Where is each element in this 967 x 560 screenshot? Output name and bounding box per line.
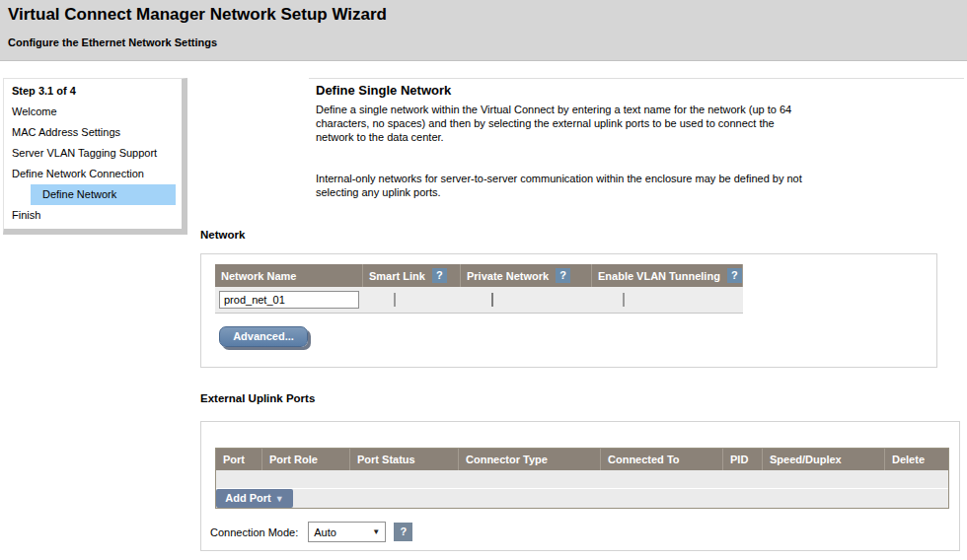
select-arrow-icon: ▼ — [372, 527, 380, 536]
column-header-network-name: Network Name — [215, 264, 363, 287]
uplink-empty-row — [216, 470, 948, 489]
smart-link-checkbox[interactable] — [394, 293, 396, 307]
private-network-help-icon[interactable]: ? — [556, 268, 570, 283]
column-header-connected-to: Connected To — [601, 449, 723, 470]
column-header-port-status: Port Status — [350, 449, 459, 470]
connection-mode-select[interactable]: Auto ▼ — [308, 522, 386, 542]
vlan-tunneling-checkbox[interactable] — [623, 293, 625, 307]
step-indicator: Step 3.1 of 4 — [4, 81, 182, 102]
content-top-rule — [309, 78, 964, 79]
private-network-checkbox[interactable] — [491, 293, 493, 307]
smart-link-help-icon[interactable]: ? — [432, 268, 447, 283]
network-table: Network Name Smart Link ? Private Networ… — [215, 264, 743, 314]
page-title: Virtual Connect Manager Network Setup Wi… — [8, 5, 387, 25]
network-table-row — [215, 287, 743, 314]
sidebar-item-mac-address-settings[interactable]: MAC Address Settings — [4, 122, 182, 143]
column-header-enable-vlan-tunneling: Enable VLAN Tunneling ? — [592, 264, 743, 287]
column-header-port: Port — [216, 449, 262, 470]
page-heading: Define Single Network — [316, 83, 451, 98]
page-subtitle: Configure the Ethernet Network Settings — [8, 36, 217, 48]
network-section-label: Network — [200, 229, 245, 241]
sidebar-item-define-network[interactable]: Define Network — [31, 184, 176, 205]
uplink-section-label: External Uplink Ports — [200, 392, 315, 404]
column-header-pid: PID — [723, 449, 763, 470]
wizard-steps-sidebar: Step 3.1 of 4 Welcome MAC Address Settin… — [3, 78, 187, 235]
network-table-header: Network Name Smart Link ? Private Networ… — [215, 264, 743, 287]
description-paragraph-2: Internal-only networks for server-to-ser… — [316, 172, 804, 199]
sidebar-item-welcome[interactable]: Welcome — [4, 102, 182, 122]
sidebar-item-server-vlan-tagging-support[interactable]: Server VLAN Tagging Support — [4, 143, 182, 164]
uplink-table-header: Port Port Role Port Status Connector Typ… — [216, 449, 948, 470]
uplink-ports-panel: Port Port Role Port Status Connector Typ… — [200, 421, 960, 551]
add-port-button[interactable]: Add Port▼ — [216, 489, 293, 508]
vlan-tunneling-help-icon[interactable]: ? — [727, 268, 742, 283]
chevron-down-icon: ▼ — [275, 494, 284, 504]
column-header-port-role: Port Role — [262, 449, 350, 470]
sidebar-item-define-network-connection[interactable]: Define Network Connection — [4, 164, 182, 184]
uplink-add-port-row: Add Port▼ — [216, 489, 948, 508]
column-header-smart-link: Smart Link ? — [363, 264, 461, 287]
column-header-speed-duplex: Speed/Duplex — [763, 449, 885, 470]
network-name-input[interactable] — [219, 291, 359, 309]
uplink-ports-table: Port Port Role Port Status Connector Typ… — [215, 448, 949, 509]
column-header-connector-type: Connector Type — [459, 449, 601, 470]
header-band: Virtual Connect Manager Network Setup Wi… — [0, 0, 967, 61]
connection-mode-label: Connection Mode: — [210, 526, 298, 538]
description-paragraph-1: Define a single network within the Virtu… — [316, 103, 796, 144]
column-header-delete: Delete — [885, 449, 948, 470]
advanced-button[interactable]: Advanced... — [219, 326, 308, 347]
connection-mode-row: Connection Mode: Auto ▼ ? — [210, 522, 412, 542]
network-panel: Network Name Smart Link ? Private Networ… — [200, 253, 937, 368]
column-header-private-network: Private Network ? — [461, 264, 592, 287]
connection-mode-help-icon[interactable]: ? — [394, 523, 412, 541]
sidebar-item-finish[interactable]: Finish — [4, 205, 182, 226]
